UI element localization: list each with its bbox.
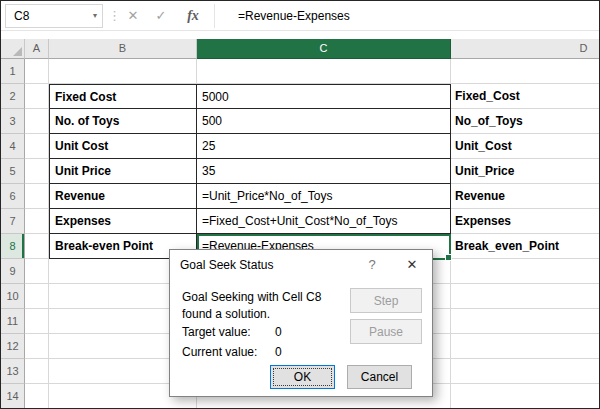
cell-D8[interactable]: Break_even_Point <box>451 234 600 259</box>
cell-D5[interactable]: Unit_Price <box>451 159 600 184</box>
cell-C3[interactable]: 500 <box>197 109 451 134</box>
cell-B2[interactable]: Fixed Cost <box>49 84 197 109</box>
cell-D4[interactable]: Unit_Cost <box>451 134 600 159</box>
cell-D1[interactable] <box>451 59 600 84</box>
formula-bar-divider <box>214 4 215 28</box>
cell-D14[interactable] <box>451 384 600 409</box>
row-header-14[interactable]: 14 <box>1 384 25 409</box>
row-header-4[interactable]: 4 <box>1 134 25 159</box>
dialog-title: Goal Seek Status <box>180 250 273 280</box>
current-value: 0 <box>275 345 282 359</box>
cell-A1[interactable] <box>25 59 49 84</box>
cell-D13[interactable] <box>451 359 600 384</box>
cell-B1[interactable] <box>49 59 197 84</box>
cell-A12[interactable] <box>25 334 49 359</box>
row-header-5[interactable]: 5 <box>1 159 25 184</box>
cell-C6[interactable]: =Unit_Price*No_of_Toys <box>197 184 451 209</box>
row-header-2[interactable]: 2 <box>1 84 25 109</box>
insert-function-icon[interactable]: fx <box>178 4 208 28</box>
cell-A4[interactable] <box>25 134 49 159</box>
cell-B6[interactable]: Revenue <box>49 184 197 209</box>
formula-input[interactable]: =Revenue-Expenses <box>238 1 595 31</box>
column-header-a[interactable]: A <box>25 39 49 59</box>
cell-C2[interactable]: 5000 <box>197 84 451 109</box>
select-all-corner[interactable] <box>1 39 25 59</box>
cell-D2[interactable]: Fixed_Cost <box>451 84 600 109</box>
current-value-label: Current value: <box>182 345 257 359</box>
cell-D12[interactable] <box>451 334 600 359</box>
row-header-11[interactable]: 11 <box>1 309 25 334</box>
goal-seek-status-dialog: Goal Seek Status ? ✕ Goal Seeking with C… <box>169 249 433 397</box>
cell-B3[interactable]: No. of Toys <box>49 109 197 134</box>
row-header-1[interactable]: 1 <box>1 59 25 84</box>
cell-D3[interactable]: No_of_Toys <box>451 109 600 134</box>
cell-A3[interactable] <box>25 109 49 134</box>
cell-D11[interactable] <box>451 309 600 334</box>
formula-bar-handle-icon: ⋮ <box>108 5 118 27</box>
name-box-dropdown-icon[interactable]: ▾ <box>93 5 97 27</box>
cell-A13[interactable] <box>25 359 49 384</box>
cell-A6[interactable] <box>25 184 49 209</box>
cell-A10[interactable] <box>25 284 49 309</box>
dialog-message-line2: found a solution. <box>182 307 270 321</box>
step-button[interactable]: Step <box>350 288 422 313</box>
cell-C7[interactable]: =Fixed_Cost+Unit_Cost*No_of_Toys <box>197 209 451 234</box>
cell-C4[interactable]: 25 <box>197 134 451 159</box>
target-value-label: Target value: <box>182 325 251 339</box>
dialog-help-button[interactable]: ? <box>354 250 390 280</box>
row-header-13[interactable]: 13 <box>1 359 25 384</box>
formula-cancel-icon[interactable]: ✕ <box>120 4 146 28</box>
cell-A7[interactable] <box>25 209 49 234</box>
cell-C1[interactable] <box>197 59 451 84</box>
ok-button[interactable]: OK <box>270 365 335 389</box>
cell-A9[interactable] <box>25 259 49 284</box>
excel-window: C8 ▾ ⋮ ✕ ✓ fx =Revenue-Expenses ABCD1234… <box>0 0 600 409</box>
cell-A2[interactable] <box>25 84 49 109</box>
cell-D7[interactable]: Expenses <box>451 209 600 234</box>
column-header-c[interactable]: C <box>197 39 451 59</box>
name-box[interactable]: C8 ▾ <box>5 4 103 28</box>
formula-bar: C8 ▾ ⋮ ✕ ✓ fx =Revenue-Expenses <box>1 1 599 31</box>
cell-C5[interactable]: 35 <box>197 159 451 184</box>
cell-A8[interactable] <box>25 234 49 259</box>
row-header-12[interactable]: 12 <box>1 334 25 359</box>
row-header-7[interactable]: 7 <box>1 209 25 234</box>
row-header-3[interactable]: 3 <box>1 109 25 134</box>
cell-A11[interactable] <box>25 309 49 334</box>
cell-D9[interactable] <box>451 259 600 284</box>
target-value: 0 <box>275 325 282 339</box>
row-header-10[interactable]: 10 <box>1 284 25 309</box>
row-header-6[interactable]: 6 <box>1 184 25 209</box>
dialog-message-line1: Goal Seeking with Cell C8 <box>182 290 321 304</box>
formula-enter-icon[interactable]: ✓ <box>148 4 174 28</box>
cell-A5[interactable] <box>25 159 49 184</box>
column-header-d[interactable]: D <box>451 39 600 59</box>
cell-B7[interactable]: Expenses <box>49 209 197 234</box>
cancel-button[interactable]: Cancel <box>347 365 412 389</box>
column-header-b[interactable]: B <box>49 39 197 59</box>
select-all-triangle-icon <box>13 47 22 56</box>
row-header-8[interactable]: 8 <box>1 234 25 259</box>
cell-D10[interactable] <box>451 284 600 309</box>
dialog-close-button[interactable]: ✕ <box>392 250 432 280</box>
cell-A14[interactable] <box>25 384 49 409</box>
row-header-9[interactable]: 9 <box>1 259 25 284</box>
cell-B4[interactable]: Unit Cost <box>49 134 197 159</box>
name-box-value: C8 <box>14 9 29 23</box>
cell-B5[interactable]: Unit Price <box>49 159 197 184</box>
cell-D6[interactable]: Revenue <box>451 184 600 209</box>
pause-button[interactable]: Pause <box>350 319 422 344</box>
